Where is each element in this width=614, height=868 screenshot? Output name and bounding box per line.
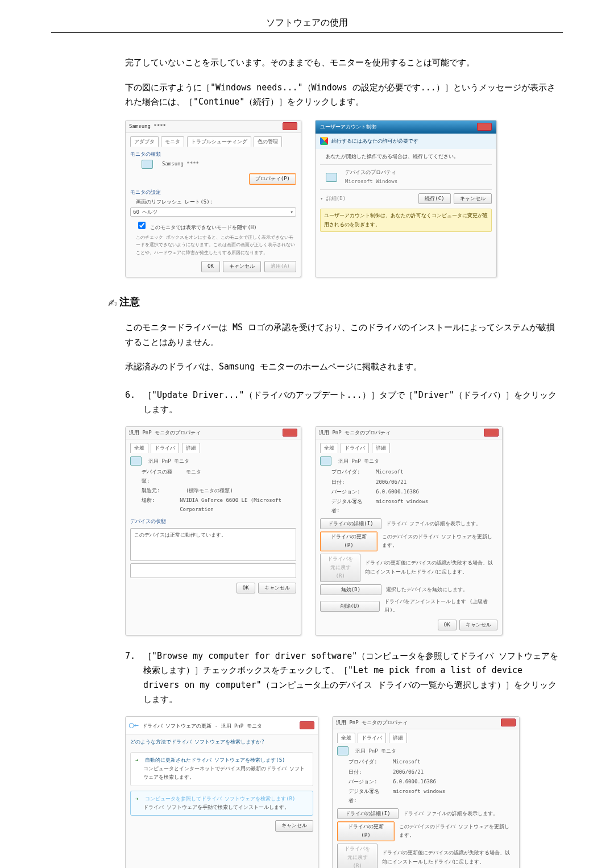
k-date: 日付: xyxy=(349,768,387,776)
device-state-box: このデバイスは正常に動作しています。 xyxy=(130,528,296,561)
wizard-option-browse[interactable]: ➔ コンピュータを参照してドライバ ソフトウェアを検索します(R) ドライバ ソ… xyxy=(130,791,313,816)
driver-uninstall-text: ドライバをアンインストールします (上級者用)。 xyxy=(384,597,497,615)
v-sign: microsoft windows xyxy=(376,497,428,515)
figure-device-driver-2: 汎用 PnP モニタのプロパティ 全般 ドライバ 詳細 汎用 PnP モニタ プ… xyxy=(332,716,520,868)
driver-disable-button[interactable]: 無効(D) xyxy=(320,584,381,595)
close-icon[interactable] xyxy=(300,721,314,729)
opt2-body: ドライバ ソフトウェアを手動で検索してインストールします。 xyxy=(143,803,308,812)
driver-detail-text: ドライバ ファイルの詳細を表示します。 xyxy=(403,809,498,818)
close-icon[interactable] xyxy=(477,123,492,131)
opt2-title: コンピュータを参照してドライバ ソフトウェアを検索します(R) xyxy=(145,796,296,801)
intro-p1: 完了していないことを示しています。そのままでも、モニターを使用することは可能です… xyxy=(125,56,563,70)
hide-modes-label: このモニタでは表示できないモードを隠す(H) xyxy=(150,225,256,230)
tab-driver[interactable]: ドライバ xyxy=(358,733,386,743)
note-icon: ✍ xyxy=(108,294,117,309)
apply-button[interactable]: 適用(A) xyxy=(264,261,296,272)
hide-modes-checkbox[interactable] xyxy=(138,222,146,229)
opt1-body: コンピュータとインターネットでデバイス用の最新のドライバ ソフトウェアを検索しま… xyxy=(143,765,308,782)
v-ver: 6.0.6000.16386 xyxy=(376,488,419,496)
driver-update-button[interactable]: ドライバの更新(P) xyxy=(337,821,395,841)
uac-app-name: デバイスのプロパティ xyxy=(345,169,396,175)
k-prov: プロバイダ: xyxy=(331,468,370,476)
properties-button[interactable]: プロパティ(P) xyxy=(249,173,296,184)
step6-text: ［"Update Driver..."（ドライバのアップデート...）］タブで［… xyxy=(143,388,563,417)
tab-driver[interactable]: ドライバ xyxy=(151,443,179,453)
driver-uninstall-button[interactable]: 削除(U) xyxy=(320,601,380,612)
driver-rollback-text: ドライバの更新後にデバイスの認識が失敗する場合、以前にインストールしたドライバに… xyxy=(382,849,515,866)
shield-icon xyxy=(320,137,328,145)
arrow-icon: ➔ xyxy=(135,757,138,763)
driver-rollback-text: ドライバの更新後にデバイスの認識が失敗する場合、以前にインストールしたドライバに… xyxy=(365,559,497,576)
tab-adapter[interactable]: アダプタ xyxy=(130,136,159,147)
v-prov: Microsoft xyxy=(393,758,421,766)
v-ver: 6.0.6000.16386 xyxy=(393,778,436,786)
app-icon xyxy=(326,173,337,182)
dlg-title: 汎用 PnP モニタのプロパティ xyxy=(336,719,408,727)
details-toggle[interactable]: 詳細(D) xyxy=(326,196,346,201)
close-icon[interactable] xyxy=(501,719,516,726)
tab-general[interactable]: 全般 xyxy=(337,733,355,743)
arrow-icon: ➔ xyxy=(135,796,138,801)
v-mfr: (標準モニタの種類) xyxy=(186,487,233,495)
driver-rollback-button[interactable]: ドライバを元に戻す(R) xyxy=(337,844,377,868)
note-p2: 承認済みのドライバは、Samsung モニターのホームページに掲載されます。 xyxy=(125,360,563,375)
continue-button[interactable]: 続行(C) xyxy=(418,193,450,204)
wizard-title: ドライバ ソフトウェアの更新 - 汎用 PnP モニタ xyxy=(142,723,262,729)
figure-device-general: 汎用 PnP モニタのプロパティ 全般 ドライバ 詳細 汎用 PnP モニタ デ… xyxy=(125,426,301,636)
step7-text: ［"Browse my computer for driver software… xyxy=(143,649,563,707)
ok-button[interactable]: OK xyxy=(438,620,457,630)
tab-general[interactable]: 全般 xyxy=(320,443,338,453)
device-name: 汎用 PnP モニタ xyxy=(338,457,379,466)
ok-button[interactable]: OK xyxy=(237,583,255,593)
close-icon[interactable] xyxy=(484,429,499,437)
tab-general[interactable]: 全般 xyxy=(130,443,148,453)
v-date: 2006/06/21 xyxy=(393,768,424,776)
close-icon[interactable] xyxy=(283,429,297,437)
driver-detail-button[interactable]: ドライバの詳細(I) xyxy=(320,518,381,529)
k-sign: デジタル署名者: xyxy=(349,787,387,805)
tab-detail[interactable]: 詳細 xyxy=(389,733,407,743)
wizard-question: どのような方法でドライバ ソフトウェアを検索しますか? xyxy=(130,738,313,746)
k-sign: デジタル署名者: xyxy=(331,497,370,515)
driver-detail-text: ドライバ ファイルの詳細を表示します。 xyxy=(386,520,481,528)
dlg-title: Samsung **** xyxy=(129,122,166,131)
dlg-title: 汎用 PnP モニタのプロパティ xyxy=(129,429,201,437)
ok-button[interactable]: OK xyxy=(201,261,220,272)
uac-headline: 続行するにはあなたの許可が必要です xyxy=(331,137,418,146)
driver-rollback-button[interactable]: ドライバを元に戻す(R) xyxy=(320,554,360,582)
k-ver: バージョン: xyxy=(331,488,370,496)
driver-detail-button[interactable]: ドライバの詳細(I) xyxy=(337,808,399,819)
driver-update-button[interactable]: ドライバの更新(P) xyxy=(320,531,377,551)
figure-device-driver: 汎用 PnP モニタのプロパティ 全般 ドライバ 詳細 汎用 PnP モニタ プ… xyxy=(315,426,503,636)
tab-monitor[interactable]: モニタ xyxy=(161,136,184,147)
blank-box xyxy=(130,563,296,578)
tab-detail[interactable]: 詳細 xyxy=(372,443,390,453)
k-loc: 場所: xyxy=(142,496,174,514)
tab-color[interactable]: 色の管理 xyxy=(254,136,282,147)
cancel-button[interactable]: キャンセル xyxy=(454,193,492,204)
monitor-icon xyxy=(130,456,142,466)
dlg-title: 汎用 PnP モニタのプロパティ xyxy=(319,429,391,437)
close-icon[interactable] xyxy=(283,122,297,130)
cancel-button[interactable]: キャンセル xyxy=(275,820,313,831)
tab-detail[interactable]: 詳細 xyxy=(182,443,200,453)
figure-update-driver-wizard: ◯←ドライバ ソフトウェアの更新 - 汎用 PnP モニタ どのような方法でドラ… xyxy=(125,716,318,868)
tab-driver[interactable]: ドライバ xyxy=(341,443,369,453)
k-type: デバイスの種類: xyxy=(142,468,180,485)
refresh-rate-select[interactable]: 60 ヘルツ xyxy=(130,207,296,217)
cancel-button[interactable]: キャンセル xyxy=(459,620,497,630)
v-type: モニタ xyxy=(186,468,201,485)
monitor-icon xyxy=(142,160,153,169)
tabs: アダプタ モニタ トラブルシューティング 色の管理 xyxy=(130,136,296,147)
hide-modes-note: このチェック ボックスをオンにすると、このモニタで正しく表示できないモードを選択… xyxy=(136,234,296,257)
page-header-title: ソフトウェアの使用 xyxy=(51,17,563,33)
monitor-model: Samsung **** xyxy=(162,160,199,169)
note-p1: このモニタードライバーは MS ロゴの承認を受けており、このドライバのインストー… xyxy=(125,321,563,350)
back-icon[interactable]: ◯← xyxy=(129,720,139,729)
tab-troubleshoot[interactable]: トラブルシューティング xyxy=(187,136,251,147)
cancel-button[interactable]: キャンセル xyxy=(258,583,296,593)
cancel-button[interactable]: キャンセル xyxy=(223,261,261,272)
refresh-rate-label: 画面のリフレッシュ レート(S): xyxy=(136,198,296,206)
driver-update-text: このデバイスのドライバ ソフトウェアを更新します。 xyxy=(399,823,515,840)
wizard-option-auto[interactable]: ➔ 自動的に更新されたドライバ ソフトウェアを検索します(S) コンピュータとイ… xyxy=(130,752,313,786)
